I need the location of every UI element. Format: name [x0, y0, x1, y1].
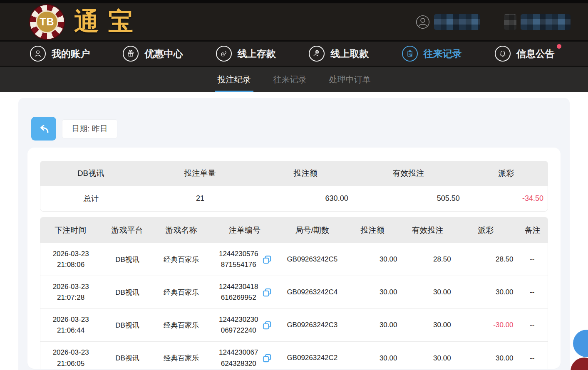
cell-game-name: 经典百家乐: [154, 288, 209, 297]
cell-bet-amount: 30.00: [344, 255, 400, 264]
summary-header-valid-bet: 有效投注: [352, 168, 464, 179]
cell-remark: --: [517, 288, 548, 296]
copy-icon[interactable]: [262, 321, 272, 330]
cell-remark: --: [517, 354, 548, 363]
floating-chat-button[interactable]: [573, 330, 588, 357]
bet-id-number: 1244230576871554176: [218, 249, 259, 271]
top-header: TB 通宝: [0, 0, 588, 42]
redacted-currency: [504, 14, 516, 30]
copy-icon[interactable]: [262, 255, 272, 264]
summary-totals-row: 总计 21 630.00 505.50 -34.50: [40, 186, 548, 212]
records-card: DB视讯 投注单量 投注额 有效投注 派彩 总计 21 630.00 505.5…: [27, 148, 561, 369]
nav-item-my-account[interactable]: 我的账户: [30, 46, 90, 62]
cell-round: GB09263242C3: [280, 320, 345, 331]
logo-chip-badge: TB: [36, 10, 58, 33]
header-payout: 派彩: [454, 225, 517, 236]
tab-pending-orders[interactable]: 处理中订单: [328, 67, 372, 92]
floating-service-button[interactable]: [571, 358, 588, 370]
copy-icon[interactable]: [262, 288, 272, 297]
cell-game-name: 经典百家乐: [154, 353, 209, 363]
nav-item-transaction-records[interactable]: 往来记录: [402, 46, 462, 62]
brand-wordmark: 通宝: [74, 5, 142, 39]
header-valid-bet: 有效投注: [401, 225, 454, 236]
avatar-icon[interactable]: [416, 15, 430, 29]
nav-item-withdraw[interactable]: 线上取款: [309, 46, 369, 62]
table-row: 2026-03-23 21:08:06 DB视讯 经典百家乐 124423057…: [40, 243, 548, 276]
tab-bet-records[interactable]: 投注纪录: [217, 67, 252, 92]
header-bet-amount: 投注额: [344, 225, 401, 236]
cell-bet-time: 2026-03-23 21:08:06: [40, 249, 101, 271]
redacted-username: [434, 14, 480, 30]
cell-bet-amount: 30.00: [344, 288, 400, 296]
cell-round: GB09263242C4: [280, 287, 345, 298]
user-info-area: [416, 14, 571, 30]
bell-icon: [495, 46, 511, 62]
summary-header-payout: 派彩: [464, 168, 548, 179]
sub-nav: 投注纪录 往来记录 处理中订单: [0, 67, 588, 92]
table-row: 2026-03-23 21:06:05 DB视讯 经典百家乐 124423006…: [40, 342, 548, 369]
filter-row: 日期: 昨日: [31, 117, 561, 141]
cell-valid-bet: 30.00: [400, 288, 454, 296]
date-filter[interactable]: 日期: 昨日: [62, 119, 117, 138]
cell-bet-id: 1244230230069722240: [209, 314, 280, 336]
nav-label: 信息公告: [516, 47, 555, 60]
cell-bet-amount: 30.00: [344, 321, 400, 329]
cell-payout: 28.50: [454, 255, 517, 264]
totals-label: 总计: [40, 194, 142, 204]
nav-item-announcements[interactable]: 信息公告: [495, 46, 555, 62]
nav-label: 我的账户: [52, 47, 90, 60]
nav-label: 往来记录: [424, 47, 462, 60]
totals-bet-amount: 630.00: [258, 194, 352, 203]
brand-logo[interactable]: TB 通宝: [29, 4, 142, 40]
cell-round: GB09263242C5: [280, 254, 345, 265]
header-bet-id: 注单编号: [209, 225, 280, 236]
gift-icon: [123, 46, 139, 62]
summary-header-bet-amount: 投注额: [258, 168, 352, 179]
nav-item-deposit[interactable]: 线上存款: [216, 46, 276, 62]
summary-header-row: DB视讯 投注单量 投注额 有效投注 派彩: [40, 161, 548, 186]
back-button[interactable]: [31, 117, 56, 141]
cell-platform: DB视讯: [101, 353, 154, 363]
cell-platform: DB视讯: [101, 288, 154, 297]
cell-bet-id: 1244230576871554176: [209, 249, 280, 271]
nav-item-promotions[interactable]: 优惠中心: [123, 46, 183, 62]
header-bet-time: 下注时间: [40, 224, 101, 236]
nav-label: 线上存款: [238, 47, 276, 60]
cell-bet-time: 2026-03-23 21:06:44: [40, 314, 101, 336]
cell-platform: DB视讯: [101, 255, 154, 264]
cell-bet-time: 2026-03-23 21:06:05: [40, 347, 101, 369]
cell-payout: -30.00: [454, 321, 517, 329]
summary-header-platform: DB视讯: [40, 168, 141, 179]
cell-round: GB09263242C2: [280, 353, 345, 363]
bet-id-number: 1244230230069722240: [218, 314, 259, 336]
cell-remark: --: [517, 255, 548, 264]
totals-valid-bet: 505.50: [352, 194, 464, 203]
cell-valid-bet: 30.00: [400, 354, 454, 363]
cell-valid-bet: 30.00: [400, 321, 454, 329]
cell-bet-id: 1244230067624328320: [209, 347, 280, 369]
redacted-balance: [521, 14, 571, 30]
cell-bet-time: 2026-03-23 21:07:28: [40, 281, 101, 303]
cell-game-name: 经典百家乐: [154, 321, 209, 330]
cell-payout: 30.00: [454, 354, 517, 363]
nav-label: 优惠中心: [144, 47, 183, 60]
nav-label: 线上取款: [330, 47, 369, 60]
bet-id-number: 1244230418616269952: [218, 281, 259, 303]
header-platform: 游戏平台: [101, 225, 154, 236]
detail-table: 下注时间 游戏平台 游戏名称 注单编号 局号/期数 投注额 有效投注 派彩 备注…: [40, 217, 548, 369]
records-icon: [402, 46, 418, 62]
detail-header-row: 下注时间 游戏平台 游戏名称 注单编号 局号/期数 投注额 有效投注 派彩 备注: [40, 217, 548, 243]
copy-icon[interactable]: [262, 353, 272, 363]
cell-remark: --: [517, 321, 548, 329]
totals-bet-count: 21: [142, 194, 258, 203]
header-game-name: 游戏名称: [153, 225, 209, 236]
header-round: 局号/期数: [280, 225, 345, 236]
tab-transaction-records[interactable]: 往来记录: [273, 67, 308, 92]
cell-game-name: 经典百家乐: [154, 255, 209, 264]
table-row: 2026-03-23 21:06:44 DB视讯 经典百家乐 124423023…: [40, 309, 548, 342]
content-panel: 日期: 昨日 DB视讯 投注单量 投注额 有效投注 派彩 总计 21 630.0…: [18, 98, 570, 370]
cell-bet-id: 1244230418616269952: [209, 281, 280, 303]
summary-table: DB视讯 投注单量 投注额 有效投注 派彩 总计 21 630.00 505.5…: [40, 161, 548, 212]
summary-header-bet-count: 投注单量: [141, 168, 258, 179]
cell-platform: DB视讯: [101, 321, 154, 330]
